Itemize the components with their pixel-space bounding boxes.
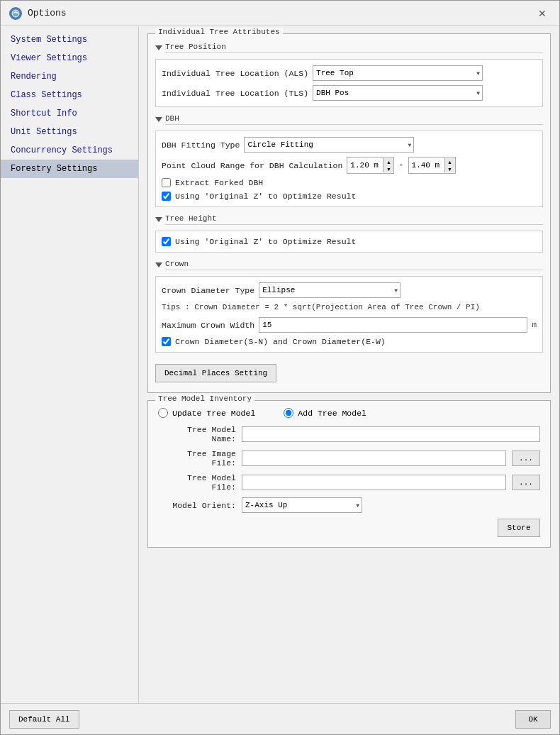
tree-image-input[interactable] [242, 451, 506, 466]
crown-diameter-type-select-wrapper: Ellipse Circle [259, 282, 401, 298]
dbh-range-min-down[interactable]: ▼ [383, 165, 393, 172]
tree-model-radio-group: Update Tree Model Add Tree Model [158, 408, 540, 418]
bottom-bar: Default All OK [1, 703, 559, 734]
individual-tree-attributes-group: Individual Tree Attributes Tree Position… [147, 33, 551, 393]
crown-diameter-label[interactable]: Crown Diameter(S-N) and Crown Diameter(E… [175, 337, 386, 346]
tree-image-label: Tree Image File: [158, 449, 236, 468]
dbh-range-min-spinner: ▲ ▼ [347, 157, 394, 174]
tree-position-collapse-icon[interactable] [155, 45, 162, 50]
extract-forked-label[interactable]: Extract Forked DBH [175, 178, 263, 187]
content-area: Individual Tree Attributes Tree Position… [139, 26, 559, 703]
ok-button[interactable]: OK [515, 710, 551, 729]
tree-model-file-label: Tree Model File: [158, 473, 236, 492]
max-crown-input[interactable] [259, 317, 527, 333]
als-label: Individual Tree Location (ALS) [162, 69, 308, 78]
dbh-range-max-arrows: ▲ ▼ [444, 158, 455, 172]
dbh-fitting-select-wrapper: Circle Fitting Ellipse Fitting [244, 137, 414, 153]
add-tree-model-radio[interactable] [284, 408, 293, 418]
max-crown-row: Maximum Crown Width m [162, 317, 537, 333]
crown-header: Crown [155, 260, 543, 270]
options-window: Options ✕ System Settings Viewer Setting… [0, 0, 560, 735]
update-tree-model-label[interactable]: Update Tree Model [172, 409, 255, 418]
als-select[interactable]: Tree Top DBH Pos Root Pos [313, 65, 483, 81]
tls-label: Individual Tree Location (TLS) [162, 89, 308, 98]
crown-diameter-type-select[interactable]: Ellipse Circle [259, 282, 401, 298]
optimize-height-checkbox[interactable] [162, 237, 171, 246]
crown-diameter-type-row: Crown Diameter Type Ellipse Circle [162, 282, 537, 298]
dbh-fitting-select[interactable]: Circle Fitting Ellipse Fitting [244, 137, 414, 153]
crown-diameter-checkbox-row: Crown Diameter(S-N) and Crown Diameter(E… [162, 337, 537, 346]
window-title: Options [28, 8, 67, 18]
tree-height-collapse-icon[interactable] [155, 217, 162, 222]
sidebar-item-class-settings[interactable]: Class Settings [1, 86, 138, 104]
tree-model-name-row: Tree Model Name: [158, 425, 540, 443]
model-orient-select[interactable]: Z-Axis Up Y-Axis Up X-Axis Up [242, 497, 362, 513]
update-tree-model-option: Update Tree Model [158, 408, 255, 418]
tree-model-name-input[interactable] [242, 426, 540, 442]
dbh-range-min-arrows: ▲ ▼ [383, 158, 393, 172]
dbh-title: DBH [165, 114, 543, 125]
store-button[interactable]: Store [498, 519, 540, 537]
tree-height-title: Tree Height [165, 214, 543, 225]
optimize-dbh-checkbox[interactable] [162, 192, 171, 201]
tree-height-header: Tree Height [155, 214, 543, 225]
crown-title: Crown [165, 260, 543, 270]
extract-forked-row: Extract Forked DBH [162, 178, 537, 187]
dbh-range-min-input[interactable] [347, 158, 383, 173]
tree-model-name-label: Tree Model Name: [158, 425, 236, 443]
add-tree-model-option: Add Tree Model [284, 408, 366, 418]
model-orient-select-wrapper: Z-Axis Up Y-Axis Up X-Axis Up [242, 497, 362, 513]
sidebar-item-forestry-settings[interactable]: Forestry Settings [1, 160, 138, 178]
default-all-button[interactable]: Default All [9, 710, 79, 729]
model-orient-label: Model Orient: [158, 501, 236, 510]
optimize-height-row: Using 'Original Z' to Optimize Result [162, 237, 537, 246]
optimize-dbh-label[interactable]: Using 'Original Z' to Optimize Result [175, 192, 356, 201]
crown-diameter-checkbox[interactable] [162, 337, 171, 346]
sidebar-item-concurrency-settings[interactable]: Concurrency Settings [1, 141, 138, 160]
dbh-header: DBH [155, 114, 543, 125]
main-content: System Settings Viewer Settings Renderin… [1, 26, 559, 703]
optimize-dbh-row: Using 'Original Z' to Optimize Result [162, 192, 537, 201]
add-tree-model-label[interactable]: Add Tree Model [298, 409, 366, 418]
tree-model-title: Tree Model Inventory [155, 394, 254, 403]
close-button[interactable]: ✕ [534, 6, 551, 21]
als-select-wrapper: Tree Top DBH Pos Root Pos [313, 65, 483, 81]
crown-diameter-type-label: Crown Diameter Type [162, 286, 254, 295]
dbh-range-max-down[interactable]: ▼ [445, 165, 455, 172]
crown-collapse-icon[interactable] [155, 262, 162, 267]
sidebar-item-system-settings[interactable]: System Settings [1, 31, 138, 49]
max-crown-label: Maximum Crown Width [162, 321, 254, 330]
tls-row: Individual Tree Location (TLS) DBH Pos T… [162, 85, 537, 101]
dbh-fitting-row: DBH Fitting Type Circle Fitting Ellipse … [162, 137, 537, 153]
titlebar: Options ✕ [1, 1, 559, 26]
sidebar-item-rendering[interactable]: Rendering [1, 67, 138, 86]
tree-model-browse-button[interactable]: ... [512, 475, 540, 490]
tls-select[interactable]: DBH Pos Tree Top Root Pos [313, 85, 483, 101]
svg-point-0 [12, 10, 19, 17]
tree-image-browse-button[interactable]: ... [512, 451, 540, 466]
tree-image-file-row: Tree Image File: ... [158, 449, 540, 468]
sidebar-item-unit-settings[interactable]: Unit Settings [1, 123, 138, 141]
dbh-range-label: Point Cloud Range for DBH Calculation [162, 161, 342, 170]
dbh-range-max-up[interactable]: ▲ [445, 158, 455, 165]
decimal-places-button[interactable]: Decimal Places Setting [155, 364, 276, 382]
optimize-height-label[interactable]: Using 'Original Z' to Optimize Result [175, 237, 356, 246]
als-row: Individual Tree Location (ALS) Tree Top … [162, 65, 537, 81]
max-crown-unit: m [532, 321, 537, 329]
dbh-range-min-up[interactable]: ▲ [383, 158, 393, 165]
dbh-collapse-icon[interactable] [155, 117, 162, 122]
extract-forked-checkbox[interactable] [162, 178, 171, 187]
sidebar-item-shortcut-info[interactable]: Shortcut Info [1, 104, 138, 123]
update-tree-model-radio[interactable] [158, 408, 168, 418]
model-orient-row: Model Orient: Z-Axis Up Y-Axis Up X-Axis… [158, 497, 540, 513]
sidebar: System Settings Viewer Settings Renderin… [1, 26, 139, 703]
sidebar-item-viewer-settings[interactable]: Viewer Settings [1, 49, 138, 67]
dbh-range-max-input[interactable] [409, 158, 444, 173]
app-icon [9, 7, 22, 20]
crown-tips-text: Tips : Crown Diameter = 2 * sqrt(Project… [162, 302, 537, 313]
tree-model-file-input[interactable] [242, 475, 506, 490]
tree-model-file-row: Tree Model File: ... [158, 473, 540, 492]
tree-model-inventory-group: Tree Model Inventory Update Tree Model A… [147, 400, 551, 548]
titlebar-left: Options [9, 7, 67, 20]
tree-position-header: Tree Position [155, 43, 543, 53]
